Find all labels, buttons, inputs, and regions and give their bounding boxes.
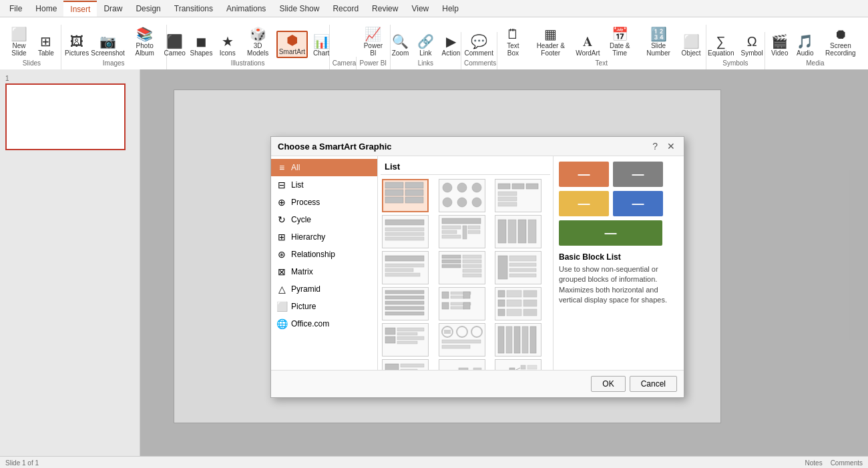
icons-button[interactable]: ★ Icons [216, 33, 240, 58]
tab-help[interactable]: Help [435, 0, 465, 17]
screen-recording-icon: ⏺ [834, 27, 847, 41]
screenshot-button[interactable]: 📷 Screenshot [91, 33, 125, 58]
tab-slideshow[interactable]: Slide Show [272, 0, 326, 17]
tab-design[interactable]: Design [129, 0, 167, 17]
photo-album-button[interactable]: 📚 Photo Album [126, 26, 164, 58]
graphic-8[interactable] [439, 251, 485, 284]
equation-button[interactable]: ∑ Equation [705, 33, 736, 58]
table-button[interactable]: ⊞ Table [34, 33, 58, 58]
svg-rect-40 [463, 255, 481, 258]
svg-rect-75 [397, 332, 417, 335]
dialog-cancel-button[interactable]: Cancel [630, 376, 677, 392]
graphic-17[interactable] [439, 359, 485, 370]
svg-point-80 [457, 326, 467, 337]
chart-button[interactable]: 📊 Chart [309, 33, 333, 58]
dialog-ok-button[interactable]: OK [591, 376, 625, 392]
svg-rect-51 [385, 296, 424, 299]
svg-rect-34 [385, 264, 424, 267]
category-all[interactable]: ≡ All [271, 159, 377, 176]
graphic-12[interactable] [495, 287, 541, 320]
category-cycle[interactable]: ↻ Cycle [271, 211, 377, 228]
audio-icon: 🎵 [797, 35, 813, 48]
graphic-10[interactable] [382, 287, 429, 320]
svg-rect-15 [498, 192, 517, 196]
category-officecom[interactable]: 🌐 Office.com [271, 315, 377, 332]
illustrations-group-label: Illustrations [170, 58, 327, 68]
object-button[interactable]: ⬜ Object [679, 33, 703, 58]
powerbi-button[interactable]: 📈 Power BI [359, 26, 387, 58]
dialog-close-button[interactable]: ✕ [665, 141, 677, 152]
link-button[interactable]: 🔗 Link [413, 33, 437, 58]
date-time-button[interactable]: 📅 Date & Time [602, 26, 637, 58]
comment-button[interactable]: 💬 Comment [462, 33, 496, 58]
ribbon-group-links: 🔍 Zoom 🔗 Link ▶ Action Links [391, 32, 461, 69]
zoom-button[interactable]: 🔍 Zoom [388, 33, 412, 58]
status-notes[interactable]: Notes [805, 459, 823, 467]
dialog-title: Choose a SmartArt Graphic [278, 142, 392, 152]
graphic-18[interactable] [495, 359, 541, 370]
graphic-basic-block-list[interactable] [382, 179, 429, 212]
tab-draw[interactable]: Draw [97, 0, 129, 17]
graphic-3[interactable] [495, 179, 541, 212]
new-slide-button[interactable]: ⬜ New Slide [5, 26, 33, 58]
svg-rect-2 [385, 197, 403, 203]
svg-rect-13 [512, 184, 524, 189]
slide-number-button[interactable]: 🔢 Slide Number [639, 26, 678, 58]
graphic-11[interactable] [439, 287, 485, 320]
svg-rect-57 [451, 296, 464, 298]
graphic-7[interactable] [382, 251, 429, 284]
smartart-button[interactable]: ⬢ SmartArt [276, 31, 308, 58]
category-process[interactable]: ⊕ Process [271, 194, 377, 211]
status-comments[interactable]: Comments [831, 459, 863, 467]
category-relationship[interactable]: ⊛ Relationship [271, 246, 377, 263]
dialog-help-button[interactable]: ? [650, 141, 660, 152]
pictures-button[interactable]: 🖼 Pictures [64, 33, 89, 58]
slide-thumbnail[interactable] [5, 83, 126, 150]
action-button[interactable]: ▶ Action [439, 33, 463, 58]
slide-number-icon: 🔢 [650, 27, 667, 41]
tab-insert[interactable]: Insert [63, 1, 97, 17]
graphic-14[interactable] [439, 323, 485, 357]
textbox-button[interactable]: 🗒 Text Box [500, 26, 527, 58]
3d-models-button[interactable]: 🎲 3D Models [241, 26, 275, 58]
header-footer-button[interactable]: ▦ Header & Footer [527, 26, 574, 58]
shapes-button[interactable]: ◼ Shapes [188, 33, 214, 58]
wordart-button[interactable]: 𝐀 WordArt [575, 33, 600, 58]
category-hierarchy[interactable]: ⊞ Hierarchy [271, 228, 377, 246]
category-matrix[interactable]: ⊠ Matrix [271, 263, 377, 280]
tab-animations[interactable]: Animations [220, 0, 272, 17]
svg-rect-24 [442, 230, 457, 234]
graphics-grid [381, 178, 550, 370]
graphic-2[interactable] [439, 179, 485, 212]
graphic-16[interactable] [382, 359, 429, 370]
ribbon-tab-bar: File Home Insert Draw Design Transitions… [0, 0, 868, 17]
graphic-9[interactable] [495, 251, 541, 284]
symbol-icon: Ω [747, 35, 757, 48]
svg-rect-4 [405, 190, 423, 196]
svg-rect-72 [385, 328, 395, 334]
audio-button[interactable]: 🎵 Audio [793, 33, 817, 58]
dialog-title-bar: Choose a SmartArt Graphic ? ✕ [271, 137, 684, 156]
svg-point-81 [471, 326, 482, 337]
graphic-15[interactable] [495, 323, 541, 357]
graphic-5[interactable] [439, 215, 485, 248]
graphic-6[interactable] [495, 215, 541, 248]
tab-home[interactable]: Home [29, 0, 63, 17]
svg-rect-79 [444, 330, 451, 334]
cameo-button[interactable]: ⬛ Cameo [162, 33, 187, 58]
video-button[interactable]: 🎬 Video [768, 33, 792, 58]
tab-file[interactable]: File [3, 0, 29, 17]
screen-recording-button[interactable]: ⏺ Screen Recording [819, 26, 863, 58]
tab-review[interactable]: Review [365, 0, 405, 17]
tab-view[interactable]: View [405, 0, 435, 17]
svg-rect-33 [385, 256, 424, 261]
tab-record[interactable]: Record [326, 0, 365, 17]
tab-transitions[interactable]: Transitions [168, 0, 220, 17]
graphic-4[interactable] [382, 215, 429, 248]
category-picture[interactable]: ⬜ Picture [271, 298, 377, 315]
symbol-button[interactable]: Ω Symbol [738, 33, 765, 58]
category-list[interactable]: ⊟ List [271, 176, 377, 194]
graphic-13[interactable] [382, 323, 429, 357]
svg-rect-21 [385, 237, 424, 240]
category-pyramid[interactable]: △ Pyramid [271, 280, 377, 298]
